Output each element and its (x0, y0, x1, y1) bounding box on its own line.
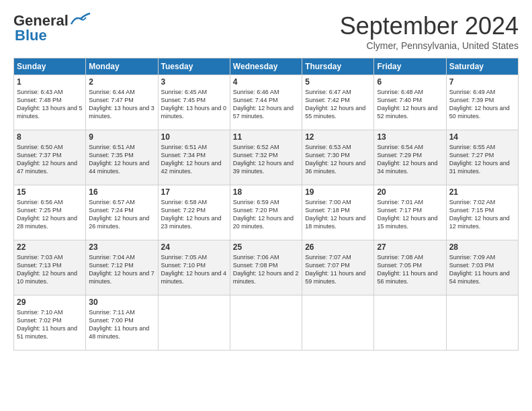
sunset-label: Sunset: 7:25 PM (17, 207, 62, 214)
table-row: 30 Sunrise: 7:11 AM Sunset: 7:00 PM Dayl… (86, 295, 158, 351)
daylight-label: Daylight: 12 hours and 42 minutes. (161, 160, 222, 175)
daylight-label: Daylight: 11 hours and 56 minutes. (377, 270, 437, 285)
sunrise-label: Sunrise: 7:05 AM (161, 254, 208, 261)
table-row: 14 Sunrise: 6:55 AM Sunset: 7:27 PM Dayl… (446, 130, 518, 185)
table-row: 9 Sunrise: 6:51 AM Sunset: 7:35 PM Dayli… (86, 130, 158, 185)
daylight-label: Daylight: 12 hours and 57 minutes. (233, 105, 294, 120)
table-row: 12 Sunrise: 6:53 AM Sunset: 7:30 PM Dayl… (302, 130, 374, 185)
day-number: 23 (89, 242, 154, 252)
table-row: 6 Sunrise: 6:48 AM Sunset: 7:40 PM Dayli… (374, 75, 446, 130)
sunset-label: Sunset: 7:39 PM (449, 97, 494, 103)
week-row-1: 1 Sunrise: 6:43 AM Sunset: 7:48 PM Dayli… (14, 75, 519, 130)
daylight-label: Daylight: 11 hours and 48 minutes. (89, 325, 149, 340)
table-row: 16 Sunrise: 6:57 AM Sunset: 7:24 PM Dayl… (86, 185, 158, 240)
table-row (302, 295, 374, 351)
logo-blue: Blue (15, 27, 47, 44)
sunrise-label: Sunrise: 7:00 AM (305, 199, 351, 205)
sunrise-label: Sunrise: 6:56 AM (17, 199, 63, 205)
daylight-label: Daylight: 12 hours and 4 minutes. (161, 270, 227, 285)
sunset-label: Sunset: 7:34 PM (161, 152, 206, 158)
day-number: 18 (233, 187, 299, 197)
header: General Blue September 2024 Clymer, Penn… (13, 12, 519, 51)
table-row: 5 Sunrise: 6:47 AM Sunset: 7:42 PM Dayli… (302, 75, 374, 130)
day-number: 17 (161, 187, 227, 197)
day-number: 20 (377, 187, 443, 197)
sunset-label: Sunset: 7:30 PM (305, 152, 350, 158)
sunrise-label: Sunrise: 6:52 AM (233, 144, 279, 150)
day-number: 27 (377, 242, 443, 252)
day-number: 26 (305, 242, 371, 252)
sunset-label: Sunset: 7:10 PM (161, 262, 206, 269)
table-row: 7 Sunrise: 6:49 AM Sunset: 7:39 PM Dayli… (446, 75, 518, 130)
sunset-label: Sunset: 7:07 PM (305, 262, 350, 269)
daylight-label: Daylight: 12 hours and 39 minutes. (233, 160, 294, 175)
sunrise-label: Sunrise: 6:47 AM (305, 89, 351, 95)
day-number: 6 (377, 77, 443, 87)
table-row: 19 Sunrise: 7:00 AM Sunset: 7:18 PM Dayl… (302, 185, 374, 240)
sunset-label: Sunset: 7:29 PM (377, 152, 422, 158)
daylight-label: Daylight: 12 hours and 18 minutes. (305, 215, 365, 230)
table-row: 8 Sunrise: 6:50 AM Sunset: 7:37 PM Dayli… (14, 130, 86, 185)
day-number: 1 (17, 77, 83, 87)
day-number: 12 (305, 132, 371, 142)
daylight-label: Daylight: 13 hours and 3 minutes. (89, 105, 154, 120)
daylight-label: Daylight: 12 hours and 55 minutes. (305, 105, 365, 120)
daylight-label: Daylight: 12 hours and 34 minutes. (377, 160, 437, 175)
daylight-label: Daylight: 12 hours and 23 minutes. (161, 215, 222, 230)
sunrise-label: Sunrise: 6:45 AM (161, 89, 208, 95)
sunset-label: Sunset: 7:48 PM (17, 97, 62, 103)
day-number: 16 (89, 187, 154, 197)
day-number: 28 (449, 242, 515, 252)
table-row: 15 Sunrise: 6:56 AM Sunset: 7:25 PM Dayl… (14, 185, 86, 240)
day-number: 24 (161, 242, 227, 252)
day-number: 7 (449, 77, 515, 87)
daylight-label: Daylight: 12 hours and 12 minutes. (449, 215, 510, 230)
logo-bird-icon (70, 12, 91, 27)
sunset-label: Sunset: 7:24 PM (89, 207, 134, 214)
sunrise-label: Sunrise: 6:59 AM (233, 199, 279, 205)
table-row: 2 Sunrise: 6:44 AM Sunset: 7:47 PM Dayli… (86, 75, 158, 130)
table-row: 26 Sunrise: 7:07 AM Sunset: 7:07 PM Dayl… (302, 240, 374, 295)
title-block: September 2024 Clymer, Pennsylvania, Uni… (340, 12, 519, 51)
sunrise-label: Sunrise: 6:49 AM (449, 89, 496, 95)
daylight-label: Daylight: 12 hours and 36 minutes. (305, 160, 365, 175)
daylight-label: Daylight: 13 hours and 5 minutes. (17, 105, 83, 120)
table-row: 24 Sunrise: 7:05 AM Sunset: 7:10 PM Dayl… (158, 240, 230, 295)
daylight-label: Daylight: 12 hours and 26 minutes. (89, 215, 149, 230)
col-saturday: Saturday (446, 58, 518, 75)
calendar-table: Sunday Monday Tuesday Wednesday Thursday… (13, 58, 519, 351)
location: Clymer, Pennsylvania, United States (340, 40, 519, 51)
sunset-label: Sunset: 7:08 PM (233, 262, 278, 269)
sunrise-label: Sunrise: 6:55 AM (449, 144, 496, 150)
col-wednesday: Wednesday (230, 58, 302, 75)
sunset-label: Sunset: 7:18 PM (305, 207, 350, 214)
day-number: 22 (17, 242, 83, 252)
sunrise-label: Sunrise: 7:04 AM (89, 254, 135, 261)
sunrise-label: Sunrise: 6:46 AM (233, 89, 279, 95)
header-row: Sunday Monday Tuesday Wednesday Thursday… (14, 58, 519, 75)
table-row: 21 Sunrise: 7:02 AM Sunset: 7:15 PM Dayl… (446, 185, 518, 240)
col-monday: Monday (86, 58, 158, 75)
sunset-label: Sunset: 7:37 PM (17, 152, 62, 158)
day-number: 29 (17, 298, 83, 307)
table-row: 20 Sunrise: 7:01 AM Sunset: 7:17 PM Dayl… (374, 185, 446, 240)
sunset-label: Sunset: 7:12 PM (89, 262, 134, 269)
sunrise-label: Sunrise: 6:51 AM (89, 144, 135, 150)
sunrise-label: Sunrise: 7:11 AM (89, 309, 135, 316)
sunrise-label: Sunrise: 6:51 AM (161, 144, 208, 150)
table-row: 17 Sunrise: 6:58 AM Sunset: 7:22 PM Dayl… (158, 185, 230, 240)
table-row (230, 295, 302, 351)
sunset-label: Sunset: 7:15 PM (449, 207, 494, 214)
week-row-3: 15 Sunrise: 6:56 AM Sunset: 7:25 PM Dayl… (14, 185, 519, 240)
daylight-label: Daylight: 12 hours and 20 minutes. (233, 215, 294, 230)
table-row: 25 Sunrise: 7:06 AM Sunset: 7:08 PM Dayl… (230, 240, 302, 295)
day-number: 11 (233, 132, 299, 142)
sunset-label: Sunset: 7:44 PM (233, 97, 278, 103)
col-thursday: Thursday (302, 58, 374, 75)
sunrise-label: Sunrise: 7:10 AM (17, 309, 63, 316)
day-number: 5 (305, 77, 371, 87)
col-friday: Friday (374, 58, 446, 75)
daylight-label: Daylight: 12 hours and 44 minutes. (89, 160, 149, 175)
sunset-label: Sunset: 7:02 PM (17, 317, 62, 324)
day-number: 21 (449, 187, 515, 197)
